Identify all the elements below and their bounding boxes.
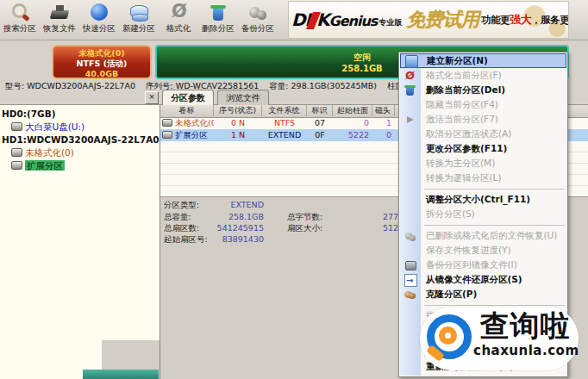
partition-block-unformatted[interactable]: 未格式化(0) NTFS (活动) 40.0GB <box>52 45 152 79</box>
diskgenius-ad-banner[interactable]: DIKGenius 专业版 免费试用 功能更强大，服务更贴心 <box>288 1 569 39</box>
column-header[interactable]: 序号(状态) <box>214 105 262 116</box>
menu-new-partition-icon <box>405 55 418 68</box>
toolbar-button[interactable]: 恢复文件 <box>40 0 79 40</box>
menu-item-icon <box>404 158 416 169</box>
context-menu-item[interactable]: 更改分区参数(F11) <box>399 141 567 156</box>
delete-partition-icon <box>208 2 228 22</box>
menu-item-label: 备份分区到镜像文件(I) <box>426 259 517 270</box>
column-header[interactable]: 标识 <box>307 105 333 116</box>
menu-item-label: 隐藏当前分区(F4) <box>426 99 498 109</box>
menu-clone-icon <box>404 289 416 300</box>
menu-item-label: 激活当前分区(F7) <box>426 114 498 124</box>
watermark-url: chaxunla.com <box>473 344 577 357</box>
menu-item-label: 建立新分区(N) <box>427 55 488 65</box>
toolbar-button[interactable]: 备份分区 <box>238 0 278 40</box>
context-menu-item[interactable]: 智能加载当前分区(I) <box>399 374 567 377</box>
toolbar-button[interactable]: 格式化 <box>159 0 198 40</box>
context-menu-item[interactable]: 转换为逻辑分区(L) <box>399 171 567 185</box>
context-menu-item[interactable]: 隐藏当前分区(F4) <box>399 97 567 112</box>
menu-item-label: 删除当前分区(Del) <box>426 84 505 95</box>
menu-item-icon <box>404 245 416 256</box>
column-header[interactable]: 卷标 <box>160 105 214 116</box>
menu-item-label: 保存文件恢复进度(Y) <box>426 245 511 255</box>
menu-item-label: 转换为逻辑分区(L) <box>426 172 502 183</box>
toolbar-button-label: 备份分区 <box>238 23 278 34</box>
format-icon2 <box>168 2 189 22</box>
usb-disk-icon <box>11 122 22 131</box>
context-menu-item[interactable]: 拆分分区(S) <box>399 207 567 221</box>
context-menu-item[interactable]: 从镜像文件还原分区(S) <box>399 272 567 287</box>
tree-item[interactable]: 未格式化(0) <box>0 146 160 159</box>
context-menu-item[interactable]: 备份分区到镜像文件(I) <box>399 258 567 272</box>
context-menu-item[interactable]: 转换为主分区(M) <box>399 156 567 171</box>
context-menu-item[interactable]: 格式化当前分区(F) <box>399 68 567 83</box>
diskgenius-logo: DIKGenius <box>291 9 377 30</box>
menu-item-icon <box>404 325 416 336</box>
menu-item-label: 调整分区大小(Ctrl_F11) <box>426 194 530 204</box>
toolbar-button[interactable]: 快速分区 <box>79 0 119 40</box>
toolbar-button-label: 新建分区 <box>119 23 159 34</box>
toolbar-button[interactable]: 搜索分区 <box>0 0 40 40</box>
tree-item[interactable]: 扩展分区 <box>0 159 160 172</box>
backup-partition-icon <box>247 2 268 22</box>
menu-item-label: 取消分区激活状态(A) <box>426 128 511 139</box>
tree-item-label: 大白菜U盘(U:) <box>25 121 84 132</box>
quick-partition-icon <box>89 2 109 22</box>
tab[interactable]: 浏览文件 <box>217 90 269 105</box>
sector-size-label: 扇区大小: <box>287 223 322 234</box>
menu-item-label: 拆分分区(S) <box>426 208 475 219</box>
menu-item-label: 格式化当前分区(F) <box>426 70 502 80</box>
banner-slogan: 功能更强大，服务更贴心 <box>481 12 569 28</box>
capacity-label: 总容量: <box>164 212 191 223</box>
context-menu-item[interactable]: 取消分区激活状态(A) <box>399 127 567 141</box>
toolbar-button-label: 删除分区 <box>198 23 238 34</box>
search-partition-icon <box>9 2 30 22</box>
tree-item-label: HD1:WDCWD3200AAJS-22L7A0( <box>2 134 160 145</box>
watermark-title: 查询啦 <box>473 308 577 344</box>
column-header[interactable]: 磁头 <box>372 105 395 116</box>
menu-activate-icon <box>404 114 416 125</box>
context-menu-item[interactable]: 激活当前分区(F7) <box>399 112 567 127</box>
toolbar-button-label: 格式化 <box>159 23 198 34</box>
context-menu-item[interactable]: 已删除或格式化后的文件恢复(U) <box>399 228 567 243</box>
context-menu-item[interactable]: 调整分区大小(Ctrl_F11) <box>399 192 567 207</box>
menu-backup-icon <box>404 259 416 270</box>
type-value: EXTEND <box>190 200 264 209</box>
partition-icon <box>11 161 22 170</box>
menu-delete-icon <box>404 84 416 96</box>
menu-item-label: 智能加载当前分区(I) <box>426 376 508 377</box>
context-menu-item[interactable]: 建立新分区(N) <box>400 53 566 68</box>
tab[interactable]: 分区参数 <box>162 90 214 105</box>
menu-restore-icon <box>404 274 417 287</box>
menu-item-icon <box>404 361 416 372</box>
menu-item-icon <box>404 376 416 377</box>
menu-item-label: 克隆分区(P) <box>426 289 477 299</box>
tree-item[interactable]: HD1:WDCWD3200AAJS-22L7A0( <box>0 134 160 146</box>
context-menu-item[interactable] <box>399 185 567 192</box>
free-trial-label: 免费试用 <box>406 7 479 33</box>
partition-icon <box>11 148 22 157</box>
context-menu-item[interactable]: 保存文件恢复进度(Y) <box>399 243 567 258</box>
toolbar-button[interactable]: 删除分区 <box>198 0 238 40</box>
status-fragment <box>83 370 159 379</box>
column-header[interactable]: 文件系统 <box>262 105 307 116</box>
context-menu-item[interactable]: 删除当前分区(Del) <box>399 83 567 97</box>
menu-item-label: 转换为主分区(M) <box>426 158 495 168</box>
sidebar-close-button[interactable]: × <box>145 91 159 104</box>
menu-format-icon <box>404 70 416 81</box>
tree-item[interactable]: 大白菜U盘(U:) <box>0 121 160 134</box>
toolbar-button-label: 快速分区 <box>79 23 119 34</box>
slogan-part: 强大 <box>510 13 531 26</box>
context-menu-item[interactable] <box>399 221 567 228</box>
menu-item-label: 从镜像文件还原分区(S) <box>426 274 522 284</box>
toolbar-button[interactable]: 新建分区 <box>119 0 159 40</box>
toolbar-button-label: 恢复文件 <box>40 23 79 34</box>
menu-item-icon <box>404 194 416 205</box>
menu-item-icon <box>404 143 416 154</box>
capacity-value: 258.1GB <box>190 212 264 221</box>
chaxunla-watermark: 查询啦 chaxunla.com <box>420 307 579 370</box>
tree-item[interactable]: HD0:(7GB) <box>0 108 160 121</box>
column-header[interactable]: 起始柱面 <box>333 105 372 116</box>
context-menu-item[interactable]: 克隆分区(P) <box>399 287 567 301</box>
menu-item-label: 已删除或格式化后的文件恢复(U) <box>426 230 557 240</box>
